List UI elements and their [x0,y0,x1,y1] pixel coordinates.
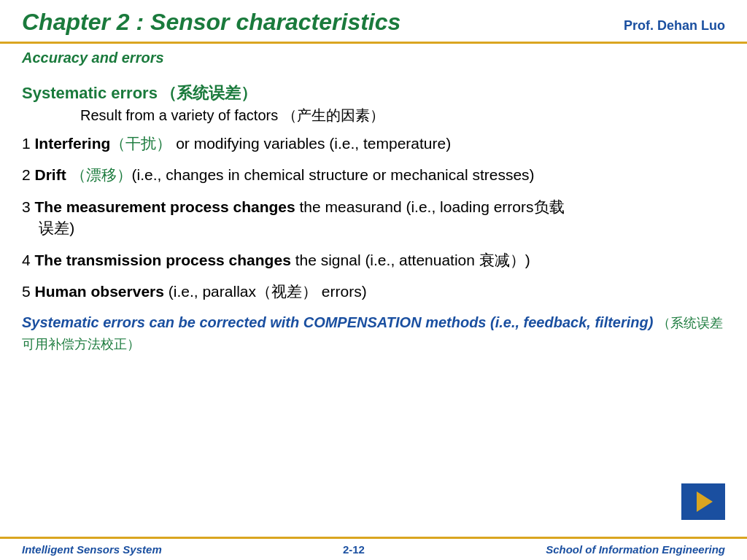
item-rest-2: (i.e., changes in chemical structure or … [132,166,535,183]
item-rest-4: the signal (i.e., attenuation 衰减）) [291,252,530,268]
item-rest-5: (i.e., parallax（视差） errors) [164,283,367,300]
item-bold-4: The transmission process changes [35,252,291,268]
result-line-en: Result from a variety of factors [80,107,278,123]
item-bold-1: Interfering [35,135,111,152]
result-line-zh: （产生的因素） [282,107,384,123]
play-triangle-icon [697,491,713,512]
item-num-2: 2 [22,166,35,183]
list-item: 1 Interfering（干扰） or modifying variables… [22,133,725,154]
list-item: 5 Human observers (i.e., parallax（视差） er… [22,281,725,302]
item-num-4: 4 [22,252,35,268]
slide: Chapter 2 : Sensor characteristics Prof.… [0,0,747,560]
header: Chapter 2 : Sensor characteristics Prof.… [0,0,747,44]
footer-left-label: Intelligent Sensors System [22,543,162,556]
slide-title: Chapter 2 : Sensor characteristics [22,9,400,36]
result-line: Result from a variety of factors （产生的因素） [80,106,725,125]
footer: Intelligent Sensors System 2-12 School o… [0,537,747,560]
item-bold-3: The measurement process changes [35,198,295,215]
item-num-3: 3 [22,198,35,215]
item-num-1: 1 [22,135,35,152]
item-zh-2: （漂移） [66,166,132,183]
item-bold-5: Human observers [35,283,164,300]
item-rest-1: or modifying variables (i.e., temperatur… [171,135,451,152]
content-area: Systematic errors （系统误差） Result from a v… [0,66,747,537]
list-item: 3 The measurement process changes the me… [22,196,725,239]
systematic-errors-label-zh: （系统误差） [160,84,257,102]
list-item: 2 Drift （漂移）(i.e., changes in chemical s… [22,164,725,185]
footer-right-label: School of Information Engineering [546,543,725,556]
item-zh-1: （干扰） [110,135,171,152]
author-label: Prof. Dehan Luo [624,18,725,34]
systematic-errors-heading: Systematic errors （系统误差） [22,82,725,104]
play-button[interactable] [681,483,725,520]
conclusion-block: Systematic errors can be corrected with … [22,312,725,354]
section-title: Accuracy and errors [0,44,747,66]
footer-page-number: 2-12 [343,543,365,556]
list-item: 4 The transmission process changes the s… [22,249,725,271]
conclusion-text-en: Systematic errors can be corrected with … [22,314,653,330]
systematic-errors-label-en: Systematic errors [22,84,158,102]
item-bold-2: Drift [35,166,66,183]
item-num-5: 5 [22,283,35,300]
